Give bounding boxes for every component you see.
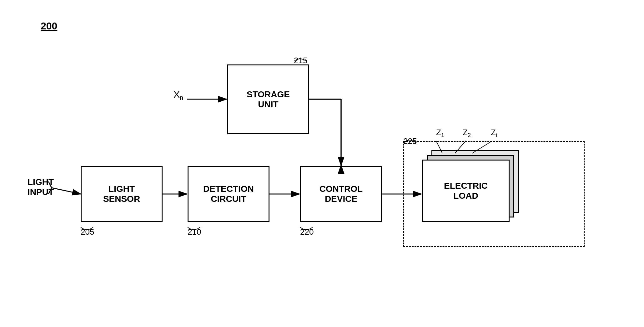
diagram-label: 200 <box>41 20 57 32</box>
light-sensor-block: LIGHTSENSOR <box>81 166 163 222</box>
svg-line-4 <box>52 188 81 194</box>
ref-210: 210 <box>188 227 201 237</box>
control-device-label: CONTROLDEVICE <box>319 184 363 204</box>
storage-unit-block: STORAGEUNIT <box>227 64 309 134</box>
ref-215: 215 <box>294 56 307 65</box>
electric-load-block: ELECTRICLOAD <box>422 160 510 222</box>
xn-label: Xn <box>174 89 183 101</box>
control-device-block: CONTROLDEVICE <box>300 166 382 222</box>
zi-label: Zi <box>491 128 497 139</box>
z2-label: Z2 <box>463 128 471 139</box>
storage-unit-label: STORAGEUNIT <box>247 89 290 110</box>
light-sensor-label: LIGHTSENSOR <box>103 184 140 204</box>
diagram-container: 200 STORAGEUNIT LIGHTSENSOR DETECTIONCIR… <box>0 0 644 327</box>
detection-circuit-block: DETECTIONCIRCUIT <box>188 166 269 222</box>
z1-label: Z1 <box>436 128 444 139</box>
light-input-label: LIGHTINPUT <box>28 177 54 197</box>
detection-circuit-label: DETECTIONCIRCUIT <box>203 184 254 204</box>
electric-load-label: ELECTRICLOAD <box>444 181 488 201</box>
ref-220: 220 <box>300 227 314 237</box>
ref-205: 205 <box>81 227 94 237</box>
ref-225: 225 <box>403 136 417 146</box>
